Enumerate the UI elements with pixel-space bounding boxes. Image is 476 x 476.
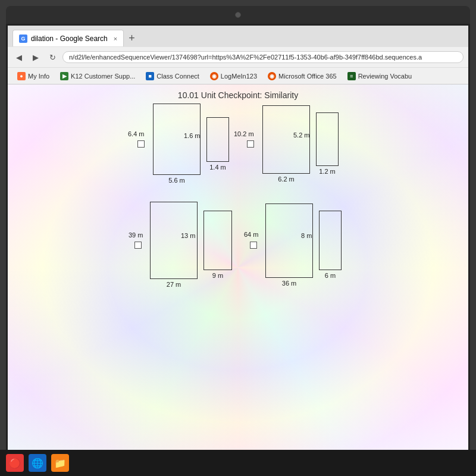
checkbox-col-4 (250, 242, 257, 249)
rect-box-r1p1-small (206, 117, 229, 162)
checkbox-col-3 (134, 242, 142, 249)
bookmark-myinfo[interactable]: ● My Info (12, 71, 54, 82)
label-r2p1-large-width: 27 m (167, 281, 181, 288)
refresh-btn[interactable]: ↻ (46, 51, 59, 64)
bookmark-logmein[interactable]: ◉ LogMeIn123 (205, 71, 262, 82)
bookmark-reviewing[interactable]: ≡ Reviewing Vocabu (343, 71, 417, 82)
bookmark-classconnect[interactable]: ■ Class Connect (141, 71, 204, 82)
label-r1p1-small-height: 1.6 m (184, 132, 201, 139)
rect-r2p1-large: 39 m 27 m (150, 202, 198, 288)
page-inner: 10.01 Unit Checkpoint: Similarity (8, 84, 468, 288)
top-bar (6, 6, 470, 24)
rect-box-r2p1-large (150, 202, 198, 279)
label-r2p2-small-height: 8 m (301, 232, 312, 239)
row-1: 6.4 m 5.6 m 1.6 m 1.4 m (137, 104, 339, 184)
rectangle-groups: 6.4 m 5.6 m 1.6 m 1.4 m (8, 104, 468, 288)
checkbox-3[interactable] (134, 242, 142, 249)
pair-2-row-1: 10.2 m 6.2 m 5.2 m 1.2 m (247, 105, 339, 183)
label-r2p2-large-height: 64 m (244, 231, 258, 238)
bookmark-k12-label: K12 Customer Supp... (71, 73, 135, 80)
laptop-shell: G dilation - Google Search × + ◀ ▶ ↻ n/d… (0, 0, 476, 476)
files-icon: 📁 (54, 458, 66, 469)
bookmark-k12-icon: ▶ (60, 72, 68, 80)
checkbox-col-1 (137, 140, 145, 148)
checkbox-4[interactable] (250, 242, 257, 249)
pair-1-row-2: 39 m 27 m 13 m 9 m (134, 202, 232, 288)
checkbox-2[interactable] (247, 140, 254, 148)
label-r1p2-large-height: 10.2 m (234, 130, 254, 137)
bookmark-reviewing-icon: ≡ (347, 72, 356, 80)
label-r2p2-large-width: 36 m (282, 280, 296, 287)
camera (235, 12, 241, 18)
label-r1p2-small-height: 5.2 m (293, 131, 310, 139)
bookmark-k12[interactable]: ▶ K12 Customer Supp... (55, 71, 140, 82)
active-tab[interactable]: G dilation - Google Search × (12, 30, 124, 46)
rect-box-r2p1-small (203, 211, 232, 270)
checkbox-1[interactable] (137, 140, 145, 148)
new-tab-btn[interactable]: + (124, 33, 140, 43)
taskbar-icon-files[interactable]: 📁 (51, 454, 69, 472)
taskbar-icon-chrome[interactable]: 🔴 (6, 454, 24, 472)
bookmarks-bar: ● My Info ▶ K12 Customer Supp... ■ Class… (8, 67, 468, 84)
taskbar-icon-browser[interactable]: 🌐 (29, 454, 46, 472)
bookmark-classconnect-icon: ■ (146, 72, 154, 80)
pair-2-row-2: 64 m 36 m 8 m 6 m (250, 203, 342, 287)
bookmark-classconnect-label: Class Connect (156, 73, 199, 80)
rect-box-r2p2-large (265, 203, 313, 278)
bookmark-myinfo-icon: ● (17, 72, 26, 80)
row-2: 39 m 27 m 13 m 9 m (134, 202, 342, 288)
bookmark-logmein-label: LogMeIn123 (221, 73, 257, 80)
browser-icon: 🌐 (32, 458, 43, 469)
tab-bar: G dilation - Google Search × + (8, 26, 468, 47)
rect-r1p2-small: 5.2 m 1.2 m (316, 112, 339, 175)
bookmark-reviewing-label: Reviewing Vocabu (358, 73, 412, 80)
tab-close-btn[interactable]: × (114, 35, 117, 42)
label-r1p1-small-width: 1.4 m (209, 164, 226, 171)
label-r2p2-small-width: 6 m (325, 272, 336, 279)
rect-r1p2-large: 10.2 m 6.2 m (262, 105, 310, 183)
rect-box-r1p2-small (316, 112, 339, 166)
page-title: 10.01 Unit Checkpoint: Similarity (178, 84, 298, 104)
tab-title: dilation - Google Search (31, 35, 108, 43)
rect-box-r1p2-large (262, 105, 310, 174)
os-taskbar: 🔴 🌐 📁 (0, 450, 476, 476)
label-r1p1-large-width: 5.6 m (168, 177, 185, 184)
bookmark-myinfo-label: My Info (28, 73, 49, 80)
label-r1p2-large-width: 6.2 m (278, 176, 295, 183)
screen: G dilation - Google Search × + ◀ ▶ ↻ n/d… (6, 24, 470, 452)
back-btn[interactable]: ◀ (12, 51, 26, 64)
forward-btn[interactable]: ▶ (29, 51, 42, 64)
rect-box-r1p1-large (153, 104, 201, 175)
browser-chrome: G dilation - Google Search × + ◀ ▶ ↻ n/d… (8, 26, 468, 84)
pair-1-row-1: 6.4 m 5.6 m 1.6 m 1.4 m (137, 104, 229, 184)
rect-r2p2-small: 8 m 6 m (319, 211, 342, 279)
rect-r1p1-small: 1.6 m 1.4 m (206, 117, 229, 171)
chrome-icon: 🔴 (9, 458, 21, 469)
bookmark-msoffice[interactable]: ◉ Microsoft Office 365 (263, 71, 342, 82)
tab-favicon: G (19, 35, 27, 43)
label-r2p1-large-height: 39 m (129, 231, 143, 239)
checkbox-col-2 (247, 140, 254, 148)
address-bar[interactable]: n/d2l/le/enhancedSequenceViewer/1374698?… (62, 51, 464, 63)
rect-r2p2-large: 64 m 36 m (265, 203, 313, 287)
rect-box-r2p2-small (319, 211, 342, 270)
label-r1p1-large-height: 6.4 m (128, 130, 145, 137)
bookmark-logmein-icon: ◉ (210, 72, 218, 80)
address-bar-row: ◀ ▶ ↻ n/d2l/le/enhancedSequenceViewer/13… (8, 47, 468, 67)
label-r1p2-small-width: 1.2 m (319, 168, 336, 175)
bookmark-msoffice-label: Microsoft Office 365 (278, 73, 337, 80)
rect-r2p1-small: 13 m 9 m (203, 211, 232, 279)
label-r2p1-small-width: 9 m (212, 272, 223, 279)
bookmark-msoffice-icon: ◉ (268, 72, 276, 80)
label-r2p1-small-height: 13 m (181, 232, 195, 239)
rect-r1p1-large: 6.4 m 5.6 m (153, 104, 201, 184)
page-content: 10.01 Unit Checkpoint: Similarity (8, 84, 468, 450)
